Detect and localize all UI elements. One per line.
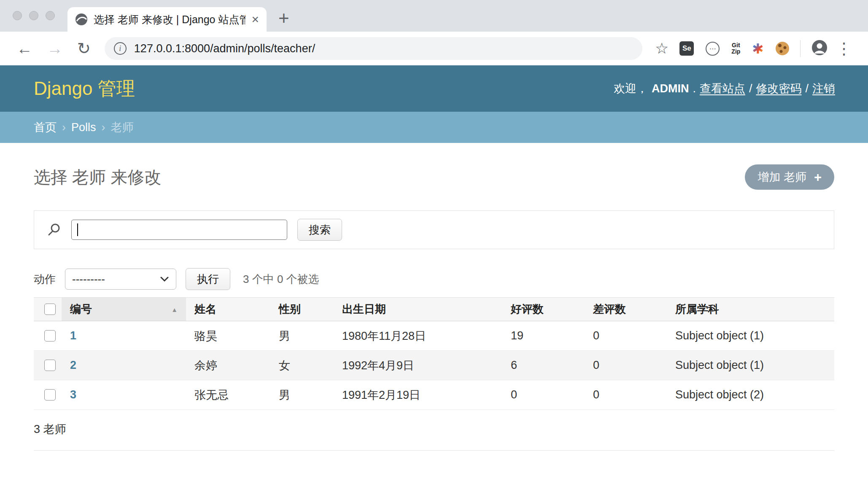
gitzip-top-label: Git xyxy=(732,42,740,48)
breadcrumb: 首页 › Polls › 老师 xyxy=(0,112,868,143)
select-all-checkbox[interactable] xyxy=(44,304,56,315)
welcome-text: 欢迎， xyxy=(614,81,648,96)
column-header-label: 性别 xyxy=(279,303,301,315)
cell-bad-count: 0 xyxy=(585,380,667,410)
view-site-link[interactable]: 查看站点 xyxy=(700,81,745,96)
username: ADMIN xyxy=(652,82,689,95)
cell-good-count: 0 xyxy=(502,380,585,410)
column-header-label: 出生日期 xyxy=(342,303,386,315)
cell-birthdate: 1980年11月28日 xyxy=(334,321,502,351)
actions-bar: 动作 --------- 执行 3 个中 0 个被选 xyxy=(34,269,834,290)
column-header-label: 姓名 xyxy=(194,303,216,315)
browser-toolbar: ← → ↻ i 127.0.0.1:8000/admin/polls/teach… xyxy=(0,32,868,65)
logout-link[interactable]: 注销 xyxy=(812,81,835,96)
user-tools: 欢迎， ADMIN. 查看站点 / 修改密码 / 注销 xyxy=(614,81,835,96)
column-header-good-count[interactable]: 好评数 xyxy=(502,298,585,321)
result-count: 3 老师 xyxy=(34,410,834,451)
reload-icon[interactable]: ↻ xyxy=(77,40,91,56)
selenium-extension-icon[interactable]: Se xyxy=(679,41,694,56)
breadcrumb-polls-link[interactable]: Polls xyxy=(71,121,96,134)
extension-icons: Se ⋯ Git Zip ✱ xyxy=(679,41,789,56)
plus-icon: + xyxy=(814,171,822,184)
tab-title: 选择 老师 来修改 | Django 站点管理 xyxy=(94,13,245,27)
action-select-value: --------- xyxy=(72,273,105,286)
profile-avatar[interactable] xyxy=(811,40,828,57)
row-id-link[interactable]: 3 xyxy=(70,388,76,401)
change-password-link[interactable]: 修改密码 xyxy=(756,81,801,96)
tab-close-icon[interactable]: × xyxy=(251,13,259,26)
row-checkbox[interactable] xyxy=(44,330,56,341)
avatar-icon xyxy=(811,40,828,56)
column-header-id[interactable]: 编号 ▲ xyxy=(62,298,186,321)
toolbar-divider xyxy=(800,40,801,57)
column-header-gender[interactable]: 性别 xyxy=(270,298,334,321)
table-row: 3 张无忌 男 1991年2月19日 0 0 Subject object (2… xyxy=(34,380,834,410)
column-header-label: 编号 xyxy=(70,303,92,315)
breadcrumb-separator: › xyxy=(62,121,66,134)
add-button-label: 增加 老师 xyxy=(757,169,806,185)
cell-name: 张无忌 xyxy=(186,380,270,410)
window-minimize-button[interactable] xyxy=(29,11,38,20)
action-label: 动作 xyxy=(34,272,56,287)
cell-gender: 女 xyxy=(270,351,334,380)
changelist-content: 选择 老师 来修改 增加 老师 + 搜索 动作 --------- 执行 3 个… xyxy=(0,165,868,451)
cell-birthdate: 1991年2月19日 xyxy=(334,380,502,410)
window-controls xyxy=(13,11,55,20)
row-id-link[interactable]: 2 xyxy=(70,359,76,371)
cell-subject: Subject object (1) xyxy=(667,351,834,380)
column-header-label: 所属学科 xyxy=(675,303,719,315)
search-submit-button[interactable]: 搜索 xyxy=(297,219,342,241)
window-zoom-button[interactable] xyxy=(46,11,55,20)
row-checkbox[interactable] xyxy=(44,389,56,401)
sort-ascending-icon[interactable]: ▲ xyxy=(171,306,178,313)
table-row: 2 余婷 女 1992年4月9日 6 0 Subject object (1) xyxy=(34,351,834,380)
asterisk-extension-icon[interactable]: ✱ xyxy=(752,42,764,56)
new-tab-button[interactable]: + xyxy=(278,9,289,27)
column-header-bad-count[interactable]: 差评数 xyxy=(585,298,667,321)
breadcrumb-separator: › xyxy=(102,121,105,134)
action-select[interactable]: --------- xyxy=(65,269,176,290)
site-branding[interactable]: Django 管理 xyxy=(34,76,135,101)
column-header-subject[interactable]: 所属学科 xyxy=(667,298,834,321)
admin-header: Django 管理 欢迎， ADMIN. 查看站点 / 修改密码 / 注销 xyxy=(0,65,868,112)
page-title: 选择 老师 来修改 xyxy=(34,166,161,189)
cell-bad-count: 0 xyxy=(585,321,667,351)
window-close-button[interactable] xyxy=(13,11,22,20)
cell-subject: Subject object (2) xyxy=(667,380,834,410)
circle-extension-icon[interactable]: ⋯ xyxy=(706,42,720,56)
selection-counter: 3 个中 0 个被选 xyxy=(243,272,319,287)
browser-tab[interactable]: 选择 老师 来修改 | Django 站点管理 × xyxy=(67,7,267,32)
row-checkbox[interactable] xyxy=(44,360,56,371)
cell-good-count: 19 xyxy=(502,321,585,351)
breadcrumb-home-link[interactable]: 首页 xyxy=(34,120,57,135)
gitzip-extension-icon[interactable]: Git Zip xyxy=(731,42,740,55)
breadcrumb-current: 老师 xyxy=(111,120,134,135)
gitzip-bottom-label: Zip xyxy=(731,48,740,55)
column-header-birthdate[interactable]: 出生日期 xyxy=(334,298,502,321)
column-header-name[interactable]: 姓名 xyxy=(186,298,270,321)
link-separator: / xyxy=(749,82,752,95)
cell-good-count: 6 xyxy=(502,351,585,380)
search-input[interactable] xyxy=(71,220,287,240)
browser-menu-icon[interactable]: ⋮ xyxy=(836,39,852,58)
cell-bad-count: 0 xyxy=(585,351,667,380)
cookie-extension-icon[interactable] xyxy=(776,42,789,55)
cell-gender: 男 xyxy=(270,380,334,410)
cell-gender: 男 xyxy=(270,321,334,351)
browser-tab-strip: 选择 老师 来修改 | Django 站点管理 × + xyxy=(0,0,868,32)
results-table: 编号 ▲ 姓名 性别 出生日期 好评数 差评数 所属学科 1 骆昊 男 1980… xyxy=(34,297,834,410)
table-row: 1 骆昊 男 1980年11月28日 19 0 Subject object (… xyxy=(34,321,834,351)
forward-icon[interactable]: → xyxy=(47,40,63,56)
bookmark-star-icon[interactable]: ☆ xyxy=(655,40,669,57)
row-id-link[interactable]: 1 xyxy=(70,329,76,342)
add-teacher-button[interactable]: 增加 老师 + xyxy=(745,164,834,190)
address-bar[interactable]: i 127.0.0.1:8000/admin/polls/teacher/ xyxy=(105,37,642,60)
link-separator: / xyxy=(805,82,809,95)
column-header-label: 好评数 xyxy=(511,303,544,315)
url-text[interactable]: 127.0.0.1:8000/admin/polls/teacher/ xyxy=(134,42,315,55)
column-header-label: 差评数 xyxy=(593,303,626,315)
search-icon xyxy=(47,223,61,237)
action-execute-button[interactable]: 执行 xyxy=(186,268,230,290)
back-icon[interactable]: ← xyxy=(16,40,32,56)
page-info-icon[interactable]: i xyxy=(114,42,127,55)
